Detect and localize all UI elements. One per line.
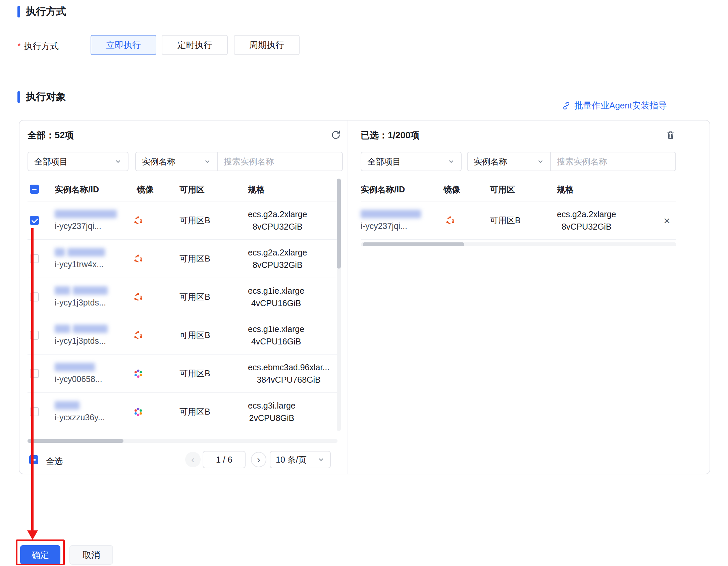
ubuntu-icon bbox=[133, 316, 143, 354]
spec-cell: ecs.g1ie.xlarge 4vCPU16GiB bbox=[248, 278, 304, 316]
column-zone: 可用区 bbox=[179, 178, 205, 201]
zone-cell: 可用区B bbox=[490, 201, 521, 239]
right-search-field-select[interactable]: 实例名称 bbox=[468, 152, 551, 171]
left-search-field-select[interactable]: 实例名称 bbox=[136, 152, 218, 171]
horizontal-scrollbar-thumb[interactable] bbox=[363, 242, 464, 246]
vertical-scrollbar-thumb[interactable] bbox=[337, 179, 341, 269]
vertical-scrollbar bbox=[337, 179, 341, 431]
execution-method-label: * 执行方式 bbox=[17, 40, 59, 52]
spec-cell: ecs.g3i.large 2vCPU8GiB bbox=[248, 393, 296, 431]
row-checkbox[interactable] bbox=[30, 407, 39, 416]
instance-name-redacted bbox=[55, 210, 117, 218]
link-icon bbox=[562, 101, 571, 110]
right-table-header: 实例名称/ID 镜像 可用区 规格 bbox=[361, 178, 676, 201]
table-row[interactable]: i-ycy00658... 可用区B ecs.ebmc3ad.96xlar...… bbox=[28, 355, 337, 393]
euler-os-icon bbox=[133, 355, 143, 392]
row-checkbox[interactable] bbox=[30, 254, 39, 263]
column-image: 镜像 bbox=[444, 178, 460, 201]
ubuntu-icon bbox=[445, 201, 455, 239]
spec-cell: ecs.g1ie.xlarge 4vCPU16GiB bbox=[248, 316, 304, 354]
right-project-select[interactable]: 全部项目 bbox=[361, 152, 462, 171]
left-search-combo: 实例名称 bbox=[135, 152, 343, 171]
zone-cell: 可用区B bbox=[179, 355, 210, 392]
chevron-down-icon bbox=[204, 158, 211, 165]
ubuntu-icon bbox=[133, 240, 143, 278]
instance-id: i-ycy1trw4x... bbox=[55, 260, 104, 269]
remove-icon[interactable]: × bbox=[659, 213, 675, 228]
select-all-label: 全选 bbox=[46, 456, 63, 467]
instance-name-redacted bbox=[55, 401, 80, 410]
instance-name-redacted bbox=[55, 286, 70, 295]
spec-cell: ecs.ebmc3ad.96xlar... 384vCPU768GiB bbox=[248, 355, 329, 392]
right-search-combo: 实例名称 bbox=[467, 152, 676, 171]
option-periodic-execution[interactable]: 周期执行 bbox=[234, 35, 300, 55]
refresh-button[interactable] bbox=[329, 128, 343, 142]
section-header-execution-targets: 执行对象 bbox=[17, 90, 66, 104]
row-checkbox[interactable] bbox=[30, 331, 39, 340]
horizontal-scrollbar bbox=[361, 242, 676, 246]
row-checkbox[interactable] bbox=[30, 292, 39, 301]
instance-id: i-ycxzzu36y... bbox=[55, 413, 105, 422]
instance-id: i-ycy237jqi... bbox=[361, 221, 407, 231]
euler-os-icon bbox=[133, 393, 143, 431]
instance-name-redacted bbox=[73, 325, 108, 333]
left-search-input[interactable] bbox=[218, 152, 342, 171]
right-search-input[interactable] bbox=[551, 152, 675, 171]
instance-transfer-card: 全部：52项 全部项目 实例名称 实例名称/ID bbox=[19, 120, 710, 474]
table-row[interactable]: i-ycxzzu36y... 可用区B ecs.g3i.large 2vCPU8… bbox=[28, 393, 337, 431]
pagination-prev-button[interactable]: ‹ bbox=[185, 452, 201, 467]
cancel-button[interactable]: 取消 bbox=[69, 545, 113, 565]
zone-cell: 可用区B bbox=[179, 201, 210, 239]
column-name-id: 实例名称/ID bbox=[361, 178, 405, 201]
left-panel-title: 全部：52项 bbox=[28, 129, 74, 141]
pagination-next-button[interactable]: › bbox=[251, 452, 266, 467]
instance-id: i-ycy00658... bbox=[55, 374, 102, 384]
chevron-down-icon bbox=[537, 158, 544, 165]
table-row[interactable]: i-ycy1j3ptds... 可用区B ecs.g1ie.xlarge 4vC… bbox=[28, 278, 337, 316]
instance-id: i-ycy1j3ptds... bbox=[55, 298, 106, 308]
spec-cell: ecs.g2a.2xlarge 8vCPU32GiB bbox=[248, 201, 307, 239]
table-row[interactable]: i-ycy1j3ptds... 可用区B ecs.g1ie.xlarge 4vC… bbox=[28, 316, 337, 355]
section-header-execution-method: 执行方式 bbox=[17, 5, 66, 18]
instance-name-redacted bbox=[55, 325, 70, 333]
trash-icon-button[interactable] bbox=[664, 128, 678, 142]
row-checkbox[interactable] bbox=[30, 369, 39, 378]
ubuntu-icon bbox=[133, 278, 143, 316]
confirm-button[interactable]: 确定 bbox=[20, 545, 60, 565]
option-scheduled-execution[interactable]: 定时执行 bbox=[162, 35, 228, 55]
table-row[interactable]: i-ycy1trw4x... 可用区B ecs.g2a.2xlarge 8vCP… bbox=[28, 240, 337, 278]
chevron-down-icon bbox=[448, 158, 455, 165]
chevron-down-icon bbox=[317, 456, 325, 463]
zone-cell: 可用区B bbox=[179, 316, 210, 354]
section-accent-bar bbox=[17, 6, 20, 17]
row-checkbox[interactable] bbox=[30, 216, 39, 225]
instance-name-redacted bbox=[67, 248, 105, 256]
pagination-page-indicator[interactable]: 1 / 6 bbox=[203, 451, 246, 468]
section-title: 执行对象 bbox=[26, 90, 66, 104]
instance-id: i-ycy1j3ptds... bbox=[55, 336, 106, 346]
column-spec: 规格 bbox=[248, 178, 265, 201]
spec-cell: ecs.g2a.2xlarge 8vCPU32GiB bbox=[557, 201, 616, 239]
selected-table-row[interactable]: i-ycy237jqi... 可用区B ecs.g2a.2xlarge 8vCP… bbox=[361, 201, 676, 240]
annotation-arrow-head bbox=[27, 530, 38, 540]
right-panel-title: 已选：1/200项 bbox=[361, 129, 420, 141]
column-zone: 可用区 bbox=[490, 178, 515, 201]
agent-install-guide-link[interactable]: 批量作业Agent安装指导 bbox=[562, 100, 667, 111]
instance-name-redacted bbox=[55, 248, 65, 256]
horizontal-scrollbar bbox=[28, 439, 337, 443]
table-row[interactable]: i-ycy237jqi... 可用区B ecs.g2a.2xlarge 8vCP… bbox=[28, 201, 337, 240]
select-all-header-checkbox[interactable] bbox=[30, 185, 39, 194]
section-title: 执行方式 bbox=[26, 5, 66, 18]
select-all-footer-checkbox[interactable] bbox=[29, 455, 38, 464]
option-immediate-execution[interactable]: 立即执行 bbox=[91, 35, 156, 55]
ubuntu-icon bbox=[133, 201, 143, 239]
left-table-header: 实例名称/ID 镜像 可用区 规格 bbox=[28, 178, 337, 201]
left-project-select[interactable]: 全部项目 bbox=[28, 152, 128, 171]
panel-divider bbox=[348, 121, 348, 474]
chevron-down-icon bbox=[114, 158, 122, 165]
horizontal-scrollbar-thumb[interactable] bbox=[28, 439, 123, 443]
section-accent-bar bbox=[17, 91, 20, 103]
zone-cell: 可用区B bbox=[179, 278, 210, 316]
page-size-select[interactable]: 10 条/页 bbox=[270, 451, 331, 468]
zone-cell: 可用区B bbox=[179, 240, 210, 278]
